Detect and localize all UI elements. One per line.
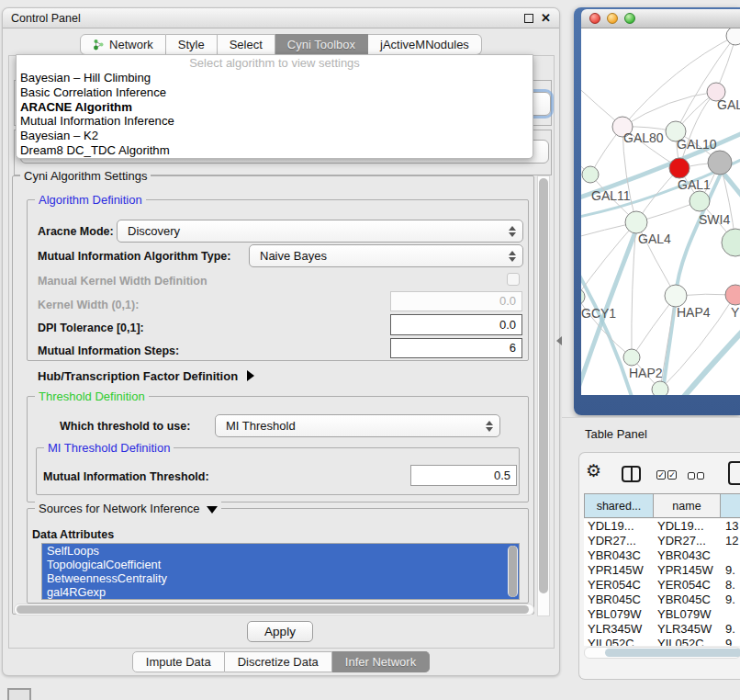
spinner-arrows-icon: [486, 420, 493, 433]
table-horizontal-scrollbar[interactable]: [584, 647, 740, 659]
scrollbar-thumb[interactable]: [509, 546, 517, 597]
column-header-a[interactable]: A: [720, 493, 740, 518]
mi-type-combobox[interactable]: Naive Bayes: [249, 244, 523, 267]
tab-jactivemnodules[interactable]: jActiveMNodules: [368, 34, 482, 55]
cyni-settings-title: Cyni Algorithm Settings: [20, 169, 151, 183]
which-threshold-combobox[interactable]: MI Threshold: [215, 414, 500, 437]
algorithm-definition-title: Algorithm Definition: [35, 193, 146, 207]
function-builder-icon[interactable]: [728, 461, 740, 485]
apply-button[interactable]: Apply: [247, 621, 313, 642]
mi-threshold-field[interactable]: 0.5: [410, 465, 517, 486]
table-row[interactable]: YBR045CYBR045C9.: [584, 593, 740, 607]
tab-select[interactable]: Select: [218, 34, 275, 55]
control-panel-window: Control Panel ✕ NetworkStyleSelectCyni T…: [2, 7, 560, 676]
network-node-gal4[interactable]: [625, 211, 647, 233]
checked-checkbox-icon[interactable]: ✓: [656, 470, 666, 480]
scrollbar-thumb[interactable]: [605, 649, 740, 657]
scrollbar-thumb[interactable]: [17, 605, 529, 614]
minimized-panel-icon[interactable]: [7, 688, 31, 700]
table-cell: YLR345W: [584, 622, 654, 637]
tab-network[interactable]: Network: [80, 34, 166, 55]
minimize-traffic-light-icon[interactable]: [607, 13, 618, 24]
threshold-definition-title: Threshold Definition: [35, 390, 149, 403]
columns-icon[interactable]: [622, 466, 641, 482]
hub-definition-toggle[interactable]: Hub/Transcription Factor Definition: [38, 369, 254, 383]
column-header-name[interactable]: name: [653, 493, 721, 518]
table-row[interactable]: YDR27...YDR27...12: [584, 534, 740, 548]
network-edge[interactable]: [622, 36, 735, 127]
tab-infer-network[interactable]: Infer Network: [332, 651, 430, 672]
network-canvas[interactable]: GALGAL80GAL10GAL1GAL11SWI4GAL4GCY1HAP4YH…: [581, 28, 740, 395]
attribute-item-gal4rgexp[interactable]: gal4RGexp: [42, 585, 519, 599]
which-threshold-value: MI Threshold: [226, 415, 499, 436]
attribute-item-betweennesscentrality[interactable]: BetweennessCentrality: [42, 571, 519, 585]
aracne-mode-combobox[interactable]: Discovery: [117, 220, 523, 243]
table-row[interactable]: YIL052CYIL052C9.: [584, 637, 740, 646]
tab-style[interactable]: Style: [166, 34, 218, 55]
dropdown-item-bayesian-k2[interactable]: Bayesian – K2: [17, 129, 533, 143]
sources-toggle[interactable]: Sources for Network Inference: [35, 502, 221, 515]
network-node[interactable]: [726, 28, 740, 45]
attribute-item-selfloops[interactable]: SelfLoops: [42, 544, 519, 558]
network-node-gal1[interactable]: [690, 191, 710, 211]
table-row[interactable]: YBL079WYBL079W: [584, 607, 740, 622]
table-row[interactable]: YBR043CYBR043C: [584, 548, 740, 563]
dropdown-item-dream8-dc-tdc-algorithm[interactable]: Dream8 DC_TDC Algorithm: [17, 143, 533, 158]
network-node-gcy1[interactable]: [581, 288, 585, 305]
network-node-swi4[interactable]: [722, 229, 740, 256]
dpi-tolerance-label: DPI Tolerance [0,1]:: [38, 322, 144, 334]
mi-steps-field[interactable]: 6: [390, 338, 522, 358]
dropdown-item-bayesian-hill-climbing[interactable]: Bayesian – Hill Climbing: [17, 71, 533, 85]
close-traffic-light-icon[interactable]: [589, 13, 600, 24]
table-cell: YLR345W: [654, 622, 722, 637]
float-window-icon[interactable]: [524, 14, 533, 23]
spinner-arrows-icon: [509, 225, 516, 238]
network-node-y[interactable]: [725, 285, 740, 305]
settings-vertical-scrollbar[interactable]: [537, 175, 550, 616]
close-icon[interactable]: ✕: [541, 11, 551, 26]
table-cell: [722, 548, 740, 563]
attribute-list-scrollbar[interactable]: [508, 546, 518, 597]
network-edge[interactable]: [581, 265, 633, 395]
dropdown-item-basic-correlation-inference[interactable]: Basic Correlation Inference: [17, 85, 533, 100]
algorithm-dropdown[interactable]: Select algorithm to view settings Bayesi…: [16, 54, 533, 159]
dropdown-item-mutual-information-inference[interactable]: Mutual Information Inference: [17, 114, 533, 129]
attribute-item-topologicalcoefficient[interactable]: TopologicalCoefficient: [42, 558, 519, 571]
table-cell: YPR145W: [654, 563, 722, 578]
checked-checkbox-icon[interactable]: ✓: [667, 470, 677, 480]
table-row[interactable]: YER054CYER054C8.: [584, 578, 740, 593]
tab-discretize-data[interactable]: Discretize Data: [225, 651, 332, 672]
manual-kernel-checkbox[interactable]: [507, 273, 520, 286]
table-row[interactable]: YLR345WYLR345W9.: [584, 622, 740, 637]
network-node-hap4[interactable]: [665, 285, 687, 307]
column-header-shared-[interactable]: shared...: [584, 493, 654, 518]
tab-cyni-toolbox[interactable]: Cyni Toolbox: [275, 34, 368, 55]
panel-splitter-arrow[interactable]: [556, 336, 562, 345]
table-row[interactable]: YDL19...YDL19...13: [584, 519, 740, 534]
unchecked-checkbox-icon[interactable]: [697, 472, 704, 480]
gear-icon[interactable]: ⚙: [586, 462, 601, 480]
scrollbar-thumb[interactable]: [539, 178, 548, 593]
network-node[interactable]: [708, 151, 732, 175]
network-edge[interactable]: [622, 92, 716, 127]
network-node-gal11[interactable]: [582, 166, 599, 183]
node-label-y: Y: [731, 305, 740, 320]
kernel-width-field[interactable]: 0.0: [390, 291, 522, 311]
mi-threshold-group-title: MI Threshold Definition: [44, 441, 174, 455]
table-row[interactable]: YPR145WYPR145W9.: [584, 563, 740, 578]
dpi-tolerance-field[interactable]: 0.0: [390, 314, 522, 335]
network-node[interactable]: [652, 381, 668, 395]
threshold-definition-groupbox: Threshold Definition Which threshold to …: [27, 396, 529, 502]
zoom-traffic-light-icon[interactable]: [624, 13, 635, 24]
control-panel-title: Control Panel: [11, 12, 81, 25]
table-cell: 9.: [722, 563, 740, 578]
settings-horizontal-scrollbar[interactable]: [14, 604, 534, 615]
network-node[interactable]: [669, 158, 690, 178]
tab-impute-data[interactable]: Impute Data: [132, 651, 225, 672]
table-cell: YBR043C: [654, 548, 722, 563]
node-label-gal: GAL: [717, 97, 740, 112]
network-edge[interactable]: [676, 36, 735, 131]
dropdown-item-aracne-algorithm[interactable]: ARACNE Algorithm: [17, 100, 533, 115]
network-node-hap2[interactable]: [623, 349, 640, 366]
unchecked-checkbox-icon[interactable]: [688, 472, 695, 480]
